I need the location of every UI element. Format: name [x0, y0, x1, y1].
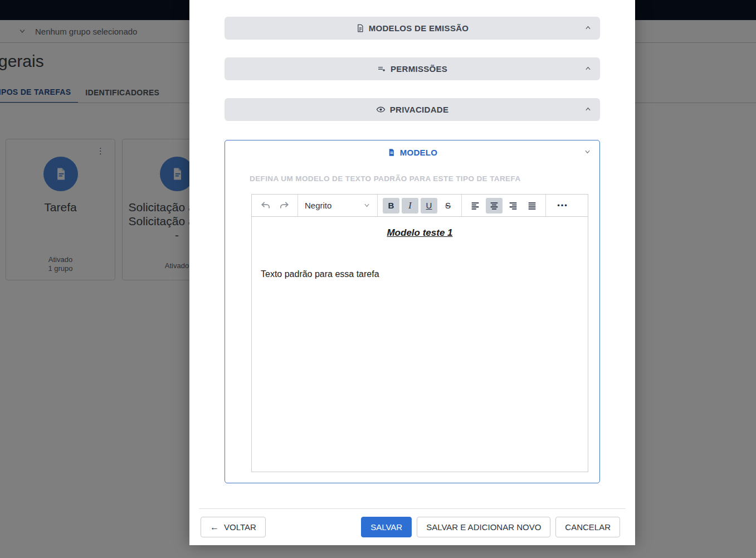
- rich-text-editor: Negrito B I U S: [251, 194, 588, 472]
- save-button[interactable]: SALVAR: [361, 517, 412, 537]
- save-and-add-new-button[interactable]: SALVAR E ADICIONAR NOVO: [417, 517, 550, 537]
- list-plus-icon: [377, 65, 386, 74]
- align-center-button[interactable]: [486, 198, 503, 214]
- more-options-button[interactable]: •••: [551, 198, 572, 214]
- modal-footer: ← VOLTAR SALVAR SALVAR E ADICIONAR NOVO …: [189, 508, 635, 545]
- accordion-modelos-de-emissao[interactable]: MODELOS DE EMISSÃO: [225, 17, 600, 40]
- back-button[interactable]: ← VOLTAR: [201, 517, 266, 537]
- align-left-button[interactable]: [467, 198, 484, 214]
- accordion-label: PRIVACIDADE: [390, 105, 449, 114]
- bold-button[interactable]: B: [383, 198, 399, 214]
- chevron-down-icon: [363, 202, 370, 209]
- modelo-section: MODELO DEFINA UM MODELO DE TEXTO PADRÃO …: [225, 140, 600, 483]
- editor-content-area[interactable]: Modelo teste 1 Texto padrão para essa ta…: [252, 217, 588, 472]
- file-edit-icon: [356, 24, 364, 32]
- task-type-modal: MODELOS DE EMISSÃO PERMISSÕES PRIVACIDAD…: [189, 0, 635, 545]
- chevron-up-icon: [584, 65, 592, 72]
- chevron-up-icon: [584, 24, 592, 31]
- cancel-button[interactable]: CANCELAR: [555, 517, 620, 537]
- accordion-modelo[interactable]: MODELO: [225, 140, 599, 157]
- editor-hint-label: DEFINA UM MODELO DE TEXTO PADRÃO PARA ES…: [250, 174, 599, 183]
- accordion-label: MODELO: [400, 148, 438, 157]
- eye-icon: [376, 105, 386, 114]
- strikethrough-button[interactable]: S: [440, 198, 456, 214]
- chevron-down-icon: [584, 148, 591, 156]
- accordion-privacidade[interactable]: PRIVACIDADE: [225, 98, 600, 121]
- arrow-left-icon: ←: [210, 522, 219, 532]
- redo-button[interactable]: [276, 198, 292, 214]
- underline-button[interactable]: U: [421, 198, 437, 214]
- editor-title-line: Modelo teste 1: [261, 227, 579, 239]
- chevron-up-icon: [584, 105, 592, 113]
- align-right-button[interactable]: [505, 198, 521, 214]
- editor-toolbar: Negrito B I U S: [252, 195, 588, 217]
- accordion-label: PERMISSÕES: [391, 64, 447, 74]
- undo-button[interactable]: [257, 198, 274, 214]
- editor-body-line: Texto padrão para essa tarefa: [261, 269, 579, 279]
- text-style-dropdown[interactable]: Negrito: [303, 201, 372, 210]
- ellipsis-icon: •••: [555, 201, 568, 210]
- text-style-value: Negrito: [305, 201, 331, 210]
- accordion-label: MODELOS DE EMISSÃO: [369, 23, 469, 33]
- align-justify-button[interactable]: [524, 198, 540, 214]
- app-page: Nenhum grupo selecionado gerais TIPOS DE…: [0, 0, 756, 558]
- accordion-permissoes[interactable]: PERMISSÕES: [225, 57, 600, 80]
- file-icon: [387, 148, 396, 157]
- italic-button[interactable]: I: [402, 198, 418, 214]
